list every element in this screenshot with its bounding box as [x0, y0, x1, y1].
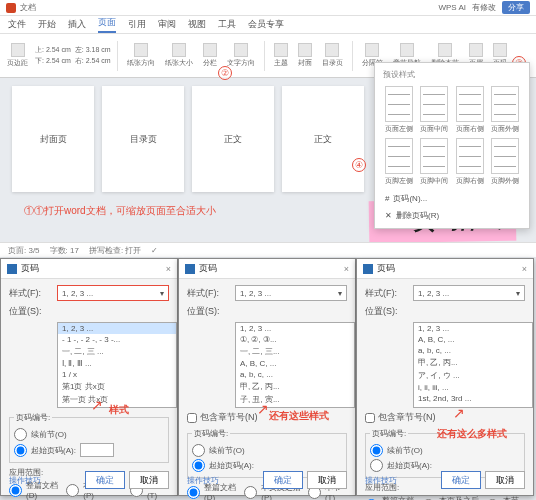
pos-label: 位置(S):: [9, 305, 53, 318]
menu-ref[interactable]: 引用: [128, 18, 146, 31]
menu-member[interactable]: 会员专享: [248, 18, 284, 31]
cancel-button[interactable]: 取消: [129, 471, 169, 489]
style-list[interactable]: 1, 2, 3 ... ①, ②, ③... 一, 二, 三... A, B, …: [235, 322, 355, 408]
ribbon-cover[interactable]: 封面: [295, 41, 315, 70]
anno-many-styles: 还有这么多样式: [437, 427, 507, 441]
page-body2[interactable]: 正文: [282, 86, 364, 192]
cancel-button[interactable]: 取消: [307, 471, 347, 489]
menu-pagenumber[interactable]: #页码(N)...: [379, 190, 525, 207]
tip-open-doc: ①①打开word文档，可缩放页面至合适大小: [24, 204, 216, 218]
radio-startat[interactable]: [14, 444, 27, 457]
preset-bot-right[interactable]: 页脚右侧: [454, 138, 486, 186]
style-list[interactable]: 1, 2, 3 ... A, B, C, ... a, b, c, ... 甲,…: [413, 322, 533, 408]
pagenumber-dialog-2: 页码× 样式(F):1, 2, 3 ...▾ 位置(S): 1, 2, 3 ..…: [178, 258, 356, 496]
menu-delete-pagenumber[interactable]: ✕删除页码(R): [379, 207, 525, 224]
pagenumber-dialog-3: 页码× 样式(F):1, 2, 3 ...▾ 位置(S): 1, 2, 3 ..…: [356, 258, 534, 496]
radio-continue[interactable]: [14, 428, 27, 441]
tips-link[interactable]: 操作技巧: [365, 475, 397, 486]
ribbon-orient[interactable]: 纸张方向: [124, 41, 158, 70]
page-cover[interactable]: 封面页: [12, 86, 94, 192]
startat-input[interactable]: [80, 443, 114, 457]
page-body1[interactable]: 正文: [192, 86, 274, 192]
ok-button[interactable]: 确定: [441, 471, 481, 489]
ribbon-columns[interactable]: 分栏: [200, 41, 220, 70]
dialogs-area: 页码× 样式(F):1, 2, 3 ...▾ 位置(S): 1, 2, 3 ..…: [0, 258, 536, 500]
wps-logo: [6, 3, 16, 13]
chevron-down-icon: ▾: [516, 289, 520, 298]
page-toc[interactable]: 目录页: [102, 86, 184, 192]
preset-top-right[interactable]: 页面右侧: [454, 86, 486, 134]
cancel-button[interactable]: 取消: [485, 471, 525, 489]
status-bar: 页面: 3/5 字数: 17 拼写检查: 打开 ✓: [0, 242, 536, 257]
app-titlebar: 文档 WPS AI 有修改 分享: [0, 0, 536, 16]
radio-continue[interactable]: [192, 444, 205, 457]
chk-chapter[interactable]: [187, 413, 197, 423]
dialog-icon: [363, 264, 373, 274]
ribbon-size[interactable]: 纸张大小: [162, 41, 196, 70]
dialog-icon: [7, 264, 17, 274]
radio-continue[interactable]: [370, 444, 383, 457]
ribbon-theme[interactable]: 主题: [271, 41, 291, 70]
menu-home[interactable]: 开始: [38, 18, 56, 31]
menu-file[interactable]: 文件: [8, 18, 26, 31]
dialog-title: 页码: [199, 262, 217, 275]
arrow-icon: ↗: [91, 397, 103, 413]
style-list[interactable]: 1, 2, 3 ... - 1 -, - 2 -, - 3 -... 一, 二,…: [57, 322, 177, 408]
dialog-title: 页码: [377, 262, 395, 275]
pagenumber-dropdown: 预设样式 页面左侧 页面中间 页面右侧 页面外侧 页脚左侧 页脚中间 页脚右侧 …: [374, 62, 530, 229]
status-words: 字数: 17: [50, 245, 79, 256]
margin-top: 上: 2.54 cm: [35, 45, 71, 55]
preset-bot-left[interactable]: 页脚左侧: [383, 138, 415, 186]
preset-bot-outer[interactable]: 页脚外侧: [490, 138, 522, 186]
update-label: 有修改: [472, 2, 496, 13]
margin-bottom: 下: 2.54 cm: [35, 56, 71, 66]
preset-top-outer[interactable]: 页面外侧: [490, 86, 522, 134]
delete-icon: ✕: [385, 211, 392, 220]
wps-ai-label[interactable]: WPS AI: [438, 3, 466, 12]
style-label: 样式(F):: [9, 287, 53, 300]
pagenumber-dialog-1: 页码× 样式(F):1, 2, 3 ...▾ 位置(S): 1, 2, 3 ..…: [0, 258, 178, 496]
preset-top-left[interactable]: 页面左侧: [383, 86, 415, 134]
style-select[interactable]: 1, 2, 3 ...▾: [235, 285, 347, 301]
preset-bot-center[interactable]: 页脚中间: [419, 138, 451, 186]
status-spell: 拼写检查: 打开: [89, 245, 141, 256]
dialog-icon: [185, 264, 195, 274]
arrow-icon: ↗: [453, 405, 465, 421]
annotation-mark-4: ④: [352, 158, 366, 172]
style-select[interactable]: 1, 2, 3 ...▾: [57, 285, 169, 301]
chk-chapter[interactable]: [365, 413, 375, 423]
preset-top-center[interactable]: 页面中间: [419, 86, 451, 134]
chevron-down-icon: ▾: [338, 289, 342, 298]
chevron-down-icon: ▾: [160, 289, 164, 298]
annotation-mark-2: ②: [218, 66, 232, 80]
menu-view[interactable]: 视图: [188, 18, 206, 31]
dialog-title: 页码: [21, 262, 39, 275]
menu-page[interactable]: 页面: [98, 16, 116, 33]
arrow-icon: ↗: [257, 401, 269, 417]
margin-left: 左: 3.18 cm: [75, 45, 111, 55]
close-icon[interactable]: ×: [344, 264, 349, 274]
menu-tools[interactable]: 工具: [218, 18, 236, 31]
share-button[interactable]: 分享: [502, 1, 530, 14]
close-icon[interactable]: ×: [522, 264, 527, 274]
hash-icon: #: [385, 194, 389, 203]
anno-more-styles: 还有这些样式: [269, 409, 329, 423]
ribbon-toc[interactable]: 目录页: [319, 41, 346, 70]
tips-link[interactable]: 操作技巧: [187, 475, 219, 486]
margin-right: 右: 2.54 cm: [75, 56, 111, 66]
menu-insert[interactable]: 插入: [68, 18, 86, 31]
style-select[interactable]: 1, 2, 3 ...▾: [413, 285, 525, 301]
status-check: ✓: [151, 246, 158, 255]
close-icon[interactable]: ×: [166, 264, 171, 274]
ok-button[interactable]: 确定: [85, 471, 125, 489]
menu-bar: 文件 开始 插入 页面 引用 审阅 视图 工具 会员专享: [0, 16, 536, 34]
ok-button[interactable]: 确定: [263, 471, 303, 489]
doc-name: 文档: [20, 2, 36, 13]
anno-style: 样式: [109, 403, 129, 417]
ribbon-margins[interactable]: 页边距: [4, 41, 31, 70]
ribbon-textdir[interactable]: 文字方向: [224, 41, 258, 70]
dropdown-header: 预设样式: [379, 67, 525, 82]
status-page: 页面: 3/5: [8, 245, 40, 256]
tips-link[interactable]: 操作技巧: [9, 475, 41, 486]
menu-review[interactable]: 审阅: [158, 18, 176, 31]
